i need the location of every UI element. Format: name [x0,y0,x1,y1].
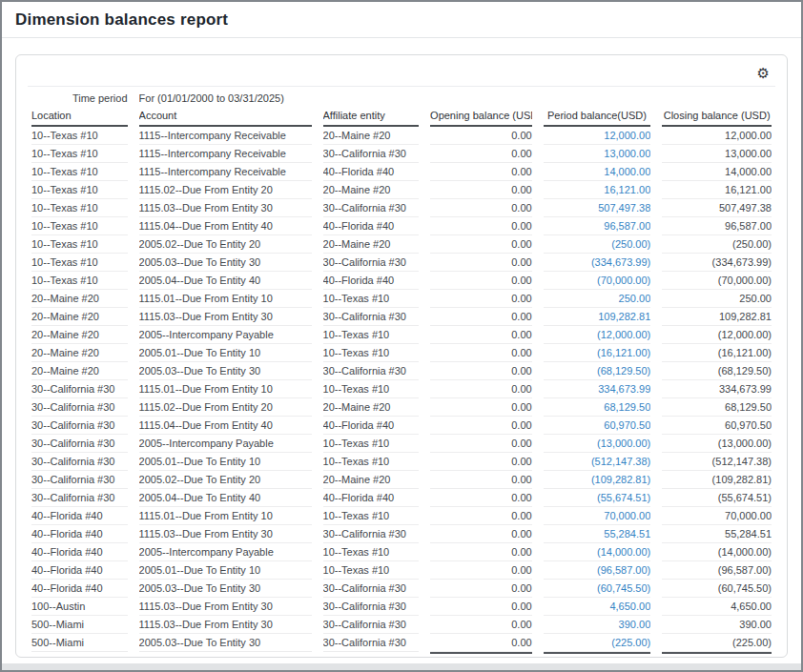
location-cell: 10--Texas #10 [31,181,128,199]
location-cell: 10--Texas #10 [31,254,128,272]
period-balance-link[interactable]: 13,000.00 [544,145,651,163]
table-row: 30--California #301115.02--Due From Enti… [31,398,772,417]
opening-balance-cell: 0.00 [430,290,532,308]
affiliate-entity-cell: 10--Texas #10 [323,326,420,344]
period-balance-link[interactable]: 70,000.00 [544,507,651,525]
opening-balance-cell: 0.00 [430,489,532,507]
opening-balance-cell: 0.00 [430,362,532,380]
affiliate-entity-cell: 20--Maine #20 [323,235,420,254]
table-row: 20--Maine #201115.01--Due From Entity 10… [31,290,772,308]
opening-balance-cell: 0.00 [430,235,532,254]
period-balance-link[interactable]: 507,497.38 [544,199,651,217]
opening-balance-cell: 0.00 [430,580,532,598]
table-row: 10--Texas #101115--Intercompany Receivab… [31,163,772,181]
period-balance-link[interactable]: (16,121.00) [544,344,651,362]
closing-balance-cell: 60,970.50 [662,417,772,435]
location-cell: 30--California #30 [31,471,128,489]
closing-balance-cell: 68,129.50 [662,398,772,417]
closing-balance-cell: (16,121.00) [662,344,772,362]
affiliate-entity-cell: 30--California #30 [323,145,420,163]
period-balance-link[interactable]: (334,673.99) [544,254,651,272]
opening-balance-cell: 0.00 [430,471,532,489]
location-cell: 40--Florida #40 [31,507,128,525]
settings-gear-icon[interactable]: ⚙ [757,66,770,80]
page-title: Dimension balances report [15,10,228,30]
location-cell: 500--Miami [31,616,128,634]
table-row: 20--Maine #202005--Intercompany Payable1… [31,326,772,344]
location-cell: 20--Maine #20 [31,308,128,326]
period-balance-link[interactable]: 12,000.00 [544,127,651,145]
period-balance-link[interactable]: 68,129.50 [544,398,651,417]
location-cell: 30--California #30 [31,489,128,507]
account-cell: 2005--Intercompany Payable [139,435,312,453]
affiliate-entity-cell: 10--Texas #10 [323,290,420,308]
period-balance-link[interactable]: 109,282.81 [544,308,651,326]
table-row: 20--Maine #201115.03--Due From Entity 30… [31,308,772,326]
opening-balance-cell: 0.00 [430,326,532,344]
table-row: 30--California #302005.01--Due To Entity… [31,453,772,471]
grand-total-closing-balance: 0.00 [662,652,772,658]
column-header-affiliate-entity: Affiliate entity [323,108,420,127]
table-row: 40--Florida #402005.03--Due To Entity 30… [31,580,772,598]
opening-balance-cell: 0.00 [430,272,532,290]
closing-balance-cell: (12,000.00) [662,326,772,344]
closing-balance-cell: 13,000.00 [662,145,772,163]
location-cell: 30--California #30 [31,398,128,417]
affiliate-entity-cell: 30--California #30 [323,199,420,217]
period-balance-link[interactable]: 16,121.00 [544,181,651,199]
period-balance-link[interactable]: (70,000.00) [544,272,651,290]
affiliate-entity-cell: 40--Florida #40 [323,163,420,181]
period-balance-link[interactable]: (13,000.00) [544,435,651,453]
table-row: 30--California #302005.02--Due To Entity… [31,471,772,489]
account-cell: 2005.03--Due To Entity 30 [139,254,312,272]
location-cell: 40--Florida #40 [31,525,128,543]
table-row: 10--Texas #102005.02--Due To Entity 2020… [31,235,772,254]
location-cell: 10--Texas #10 [31,163,128,181]
account-cell: 1115.02--Due From Entity 20 [139,181,312,199]
closing-balance-cell: 16,121.00 [662,181,772,199]
location-cell: 20--Maine #20 [31,344,128,362]
opening-balance-cell: 0.00 [430,398,532,417]
location-cell: 100--Austin [31,598,128,616]
period-balance-link[interactable]: 60,970.50 [544,417,651,435]
affiliate-entity-cell: 30--California #30 [323,616,420,634]
location-cell: 500--Miami [31,634,128,652]
period-balance-link[interactable]: (250.00) [544,235,651,254]
opening-balance-cell: 0.00 [430,453,532,471]
affiliate-entity-cell: 10--Texas #10 [323,344,420,362]
period-balance-link[interactable]: (68,129.50) [544,362,651,380]
affiliate-entity-cell: 30--California #30 [323,254,420,272]
period-balance-link[interactable]: 390.00 [544,616,651,634]
opening-balance-cell: 0.00 [430,507,532,525]
account-cell: 2005--Intercompany Payable [139,543,312,561]
table-row: 30--California #301115.04--Due From Enti… [31,417,772,435]
period-balance-link[interactable]: 334,673.99 [544,380,651,398]
table-row: 20--Maine #202005.01--Due To Entity 1010… [31,344,772,362]
period-balance-link[interactable]: 4,650.00 [544,598,651,616]
period-balance-link[interactable]: (512,147.38) [544,453,651,471]
period-balance-link[interactable]: (14,000.00) [544,543,651,561]
account-cell: 1115.03--Due From Entity 30 [139,598,312,616]
opening-balance-cell: 0.00 [430,561,532,580]
table-row: 40--Florida #401115.03--Due From Entity … [31,525,772,543]
period-balance-link[interactable]: 14,000.00 [544,163,651,181]
period-balance-link[interactable]: (12,000.00) [544,326,651,344]
closing-balance-cell: 334,673.99 [662,380,772,398]
period-balance-link[interactable]: 250.00 [544,290,651,308]
closing-balance-cell: 14,000.00 [662,163,772,181]
period-balance-link[interactable]: 55,284.51 [544,525,651,543]
opening-balance-cell: 0.00 [430,598,532,616]
period-balance-link[interactable]: 96,587.00 [544,217,651,235]
table-row: 100--Austin1115.03--Due From Entity 3030… [31,598,772,616]
period-balance-link[interactable]: (55,674.51) [544,489,651,507]
closing-balance-cell: (13,000.00) [662,435,772,453]
account-cell: 1115.04--Due From Entity 40 [139,417,312,435]
period-balance-link[interactable]: (109,282.81) [544,471,651,489]
period-balance-link[interactable]: (60,745.50) [544,580,651,598]
grand-total-opening-balance: 0.00 [430,652,532,658]
affiliate-entity-cell: 30--California #30 [323,598,420,616]
table-row: 30--California #302005.04--Due To Entity… [31,489,772,507]
affiliate-entity-cell: 30--California #30 [323,634,420,652]
period-balance-link[interactable]: (225.00) [544,634,651,652]
period-balance-link[interactable]: (96,587.00) [544,561,651,580]
